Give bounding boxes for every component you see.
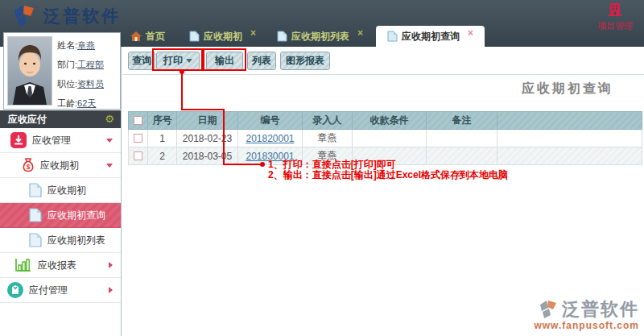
cell-no: 2	[148, 147, 177, 165]
query-button[interactable]: 查询	[128, 52, 155, 70]
home-icon	[130, 31, 142, 41]
annotation-dot-start	[180, 69, 184, 74]
user-dept-value: 工程部	[77, 60, 104, 69]
user-tenure-row: 工龄:62天	[57, 97, 104, 110]
money-bag-icon: $	[21, 157, 35, 173]
tab-close-icon[interactable]: ×	[250, 27, 256, 39]
brand-logo-icon	[11, 4, 39, 28]
col-header-blank	[497, 112, 642, 130]
user-info: 姓名:章燕 部门:工程部 职位:资料员 工龄:62天	[57, 39, 104, 117]
document-icon	[29, 233, 42, 247]
col-header-entered-by: 录入人	[303, 112, 353, 130]
annotation-dot-end	[260, 162, 265, 167]
chart-report-button[interactable]: 图形报表	[280, 52, 330, 70]
chevron-down-icon	[106, 164, 113, 168]
receive-money-icon	[10, 131, 27, 149]
document-icon	[277, 31, 287, 42]
user-dept-label: 部门:	[57, 60, 77, 69]
avatar	[7, 36, 52, 106]
page-title: 应收期初查询	[122, 81, 644, 97]
cell-date: 2018-02-23	[177, 130, 238, 147]
record-link[interactable]: 201820001	[246, 133, 294, 144]
payable-icon	[6, 281, 24, 299]
tab-home[interactable]: 首页	[122, 26, 176, 47]
cell-note	[427, 130, 497, 147]
col-header-code: 编号	[238, 112, 303, 130]
tab-receivable-opening[interactable]: 应收期初 ×	[181, 26, 264, 47]
chevron-right-icon	[109, 262, 113, 268]
cell-blank	[497, 130, 642, 147]
tab-receivable-opening-query-active[interactable]: 应收期初查询 ×	[376, 26, 485, 47]
col-header-note: 备注	[427, 112, 497, 130]
table-row: 1 2018-02-23 201820001 章燕	[129, 130, 642, 147]
select-all-header	[129, 112, 148, 130]
tab-close-icon[interactable]: ×	[468, 27, 473, 39]
user-tenure-label: 工龄:	[57, 98, 77, 108]
main-content: 查询 打印 输出 列表 图形报表 应收期初查询 序号 日期 编号 录入人 收款条…	[122, 47, 644, 336]
col-header-no: 序号	[148, 112, 177, 130]
sidebar-header-label: 应收应付	[8, 114, 47, 125]
brand-name: 泛普软件	[43, 5, 121, 27]
sidebar-item-receivable-management[interactable]: 应收管理	[0, 128, 121, 153]
brand-logo: 泛普软件	[11, 4, 121, 28]
annotation-line-v2	[223, 109, 225, 165]
user-profile-card: 姓名:章燕 部门:工程部 职位:资料员 工龄:62天	[3, 32, 121, 110]
user-dept-row: 部门:工程部	[57, 59, 104, 71]
row-checkbox[interactable]	[134, 151, 142, 160]
user-position-row: 职位:资料员	[57, 78, 104, 90]
annotation-line-h2	[223, 164, 262, 165]
sidebar-item-label: 应收期初	[40, 159, 79, 172]
user-name-value: 章燕	[77, 40, 95, 50]
annotation-box-export	[203, 48, 246, 71]
tab-label: 应收期初查询	[402, 30, 460, 44]
user-name-label: 姓名:	[57, 40, 77, 50]
annotation-line-h1	[181, 109, 225, 110]
annotation-line-2: 2、输出：直接点击[输出]通过Excel格式保存到本地电脑	[268, 170, 508, 180]
cell-blank	[497, 147, 642, 165]
annotation-text: 1、打印：直接点击[打印]即可 2、输出：直接点击[输出]通过Excel格式保存…	[268, 160, 508, 180]
sidebar-item-label: 应收期初列表	[47, 234, 105, 247]
user-tenure-value: 62天	[77, 98, 96, 108]
building-icon	[607, 2, 623, 16]
data-table: 序号 日期 编号 录入人 收款条件 备注 1 2018-02-23 201820…	[128, 111, 642, 165]
sidebar-item-receivable-opening-group[interactable]: $ 应收期初	[0, 153, 121, 178]
sidebar-item-receivable-reports[interactable]: 应收报表	[0, 253, 121, 278]
sidebar-item-label: 应收报表	[38, 259, 76, 272]
select-all-checkbox[interactable]	[134, 116, 142, 125]
sidebar-item-payable-management[interactable]: 应付管理	[0, 278, 121, 303]
tab-label: 应收期初列表	[291, 30, 349, 44]
tab-bar: 首页 应收期初 × 应收期初列表 ×	[122, 26, 489, 47]
annotation-line-v1	[181, 72, 183, 110]
sidebar-item-receivable-opening-list[interactable]: 应收期初列表	[0, 228, 121, 253]
row-checkbox[interactable]	[134, 134, 142, 143]
watermark: 泛普软件 www.fanpusoft.com	[534, 297, 639, 331]
cell-entered-by: 章燕	[303, 130, 353, 147]
sidebar-menu: 应收管理 $ 应收期初	[0, 128, 121, 303]
document-icon	[189, 31, 200, 42]
list-button[interactable]: 列表	[247, 52, 276, 70]
cell-date: 2018-03-05	[177, 147, 238, 165]
tab-label: 应收期初	[204, 30, 242, 44]
sidebar-item-label: 应收管理	[32, 134, 71, 147]
document-icon	[29, 183, 42, 197]
user-position-label: 职位:	[57, 79, 77, 89]
chevron-down-icon	[106, 139, 113, 143]
app-window: 泛普软件 项目管理 首页	[0, 0, 644, 336]
tab-receivable-opening-list[interactable]: 应收期初列表 ×	[269, 26, 371, 47]
cell-no: 1	[148, 130, 177, 147]
project-management-button[interactable]: 项目管理	[597, 2, 633, 32]
user-name-row: 姓名:章燕	[57, 39, 104, 52]
document-icon	[387, 31, 398, 42]
watermark-logo-icon	[538, 300, 559, 319]
sidebar-item-label: 应收期初查询	[47, 209, 105, 222]
sidebar-item-receivable-opening[interactable]: 应收期初	[0, 178, 121, 203]
bar-chart-icon	[14, 258, 32, 272]
sidebar-item-receivable-opening-query[interactable]: 应收期初查询	[0, 203, 121, 228]
watermark-brand-name: 泛普软件	[562, 297, 639, 321]
sidebar-item-label: 应付管理	[29, 284, 68, 297]
annotation-box-print	[152, 48, 203, 71]
tab-close-icon[interactable]: ×	[357, 27, 363, 39]
tab-home-label: 首页	[146, 30, 165, 44]
sidebar-item-label: 应收期初	[47, 184, 86, 197]
gear-icon[interactable]: ⚙	[105, 110, 114, 128]
